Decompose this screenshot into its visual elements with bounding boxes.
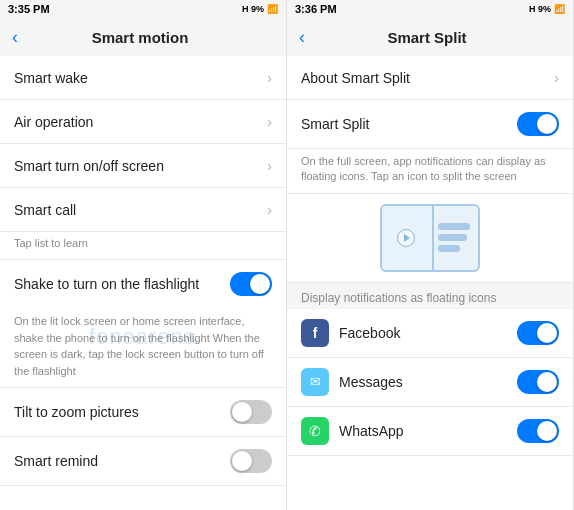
shake-flashlight-label: Shake to turn on the flashlight [14,276,230,292]
smart-split-label: Smart Split [301,116,517,132]
left-panel: 3:35 PM H 9% 📶 ‹ Smart motion Smart wake… [0,0,287,510]
smart-call-label: Smart call [14,202,261,218]
air-operation-item[interactable]: Air operation › [0,100,286,144]
smart-wake-label: Smart wake [14,70,261,86]
display-notifications-label: Display notifications as floating icons [287,283,573,309]
tilt-zoom-label: Tilt to zoom pictures [14,404,230,420]
smart-split-toggle[interactable] [517,112,559,136]
right-status-icons: H 9% 📶 [529,4,565,14]
smart-turn-item[interactable]: Smart turn on/off screen › [0,144,286,188]
shake-flashlight-item[interactable]: Shake to turn on the flashlight [0,260,286,308]
whatsapp-item[interactable]: ✆ WhatsApp [287,407,573,456]
air-operation-label: Air operation [14,114,261,130]
smart-wake-item[interactable]: Smart wake › [0,56,286,100]
right-status-bar: 3:36 PM H 9% 📶 [287,0,573,18]
right-time: 3:36 PM [295,3,337,15]
phone-mock [380,204,480,272]
messages-label: Messages [339,374,517,390]
facebook-item[interactable]: f Facebook [287,309,573,358]
left-status-icons: H 9% 📶 [242,4,278,14]
left-page-title: Smart motion [26,29,254,46]
split-description: On the full screen, app notifications ca… [287,149,573,194]
mock-line-2 [438,234,467,241]
right-battery: H 9% [529,4,551,14]
left-time: 3:35 PM [8,3,50,15]
whatsapp-toggle[interactable] [517,419,559,443]
left-signal: 📶 [267,4,278,14]
smart-remind-label: Smart remind [14,453,230,469]
shake-description: On the lit lock screen or home screen in… [0,308,286,388]
phone-mock-right [438,210,474,266]
facebook-label: Facebook [339,325,517,341]
smart-call-chevron: › [267,202,272,218]
tap-list-label: Tap list to learn [0,232,286,260]
tilt-zoom-toggle[interactable] [230,400,272,424]
left-list: Smart wake › Air operation › Smart turn … [0,56,286,510]
right-signal: 📶 [554,4,565,14]
right-page-title: Smart Split [313,29,541,46]
left-header: ‹ Smart motion [0,18,286,56]
tilt-zoom-item[interactable]: Tilt to zoom pictures [0,388,286,437]
about-smart-split-label: About Smart Split [301,70,548,86]
right-list: About Smart Split › Smart Split On the f… [287,56,573,510]
smart-remind-toggle[interactable] [230,449,272,473]
smart-remind-item[interactable]: Smart remind [0,437,286,486]
phone-mock-left [386,210,426,266]
smart-split-item[interactable]: Smart Split [287,100,573,149]
left-battery: H 9% [242,4,264,14]
phone-illustration [287,194,573,283]
facebook-icon: f [301,319,329,347]
about-smart-split-item[interactable]: About Smart Split › [287,56,573,100]
play-button-mock [397,229,415,247]
left-status-bar: 3:35 PM H 9% 📶 [0,0,286,18]
messages-icon: ✉ [301,368,329,396]
shake-flashlight-toggle[interactable] [230,272,272,296]
left-back-button[interactable]: ‹ [12,27,18,48]
play-triangle-icon [404,234,410,242]
air-operation-chevron: › [267,114,272,130]
facebook-toggle[interactable] [517,321,559,345]
messages-item[interactable]: ✉ Messages [287,358,573,407]
about-smart-split-chevron: › [554,70,559,86]
smart-turn-label: Smart turn on/off screen [14,158,261,174]
whatsapp-label: WhatsApp [339,423,517,439]
whatsapp-icon: ✆ [301,417,329,445]
smart-turn-chevron: › [267,158,272,174]
smart-wake-chevron: › [267,70,272,86]
mock-line-3 [438,245,460,252]
phone-divider [432,206,434,270]
smart-call-item[interactable]: Smart call › [0,188,286,232]
mock-line-1 [438,223,470,230]
right-header: ‹ Smart Split [287,18,573,56]
right-back-button[interactable]: ‹ [299,27,305,48]
right-panel: 3:36 PM H 9% 📶 ‹ Smart Split About Smart… [287,0,574,510]
messages-toggle[interactable] [517,370,559,394]
